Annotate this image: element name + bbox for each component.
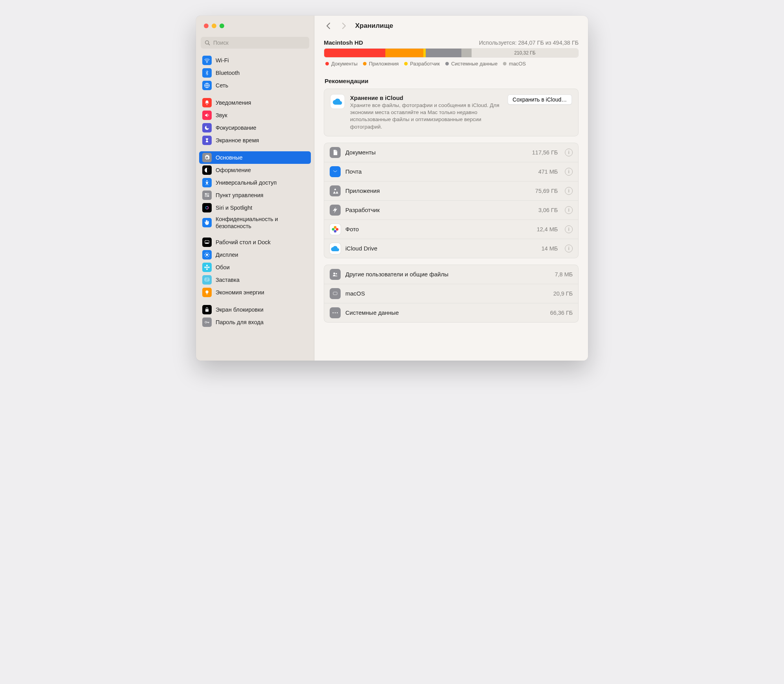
sidebar-item-sound[interactable]: Звук bbox=[199, 109, 311, 122]
category-size: 12,4 МБ bbox=[537, 226, 558, 232]
legend-item-macos: macOS bbox=[503, 61, 526, 67]
svg-rect-14 bbox=[206, 243, 209, 243]
category-label: Документы bbox=[345, 149, 527, 156]
sidebar-item-label: Фокусирование bbox=[216, 124, 308, 131]
sidebar-item-label: Рабочий стол и Dock bbox=[216, 239, 308, 246]
svg-point-25 bbox=[334, 226, 337, 229]
minimize-window-button[interactable] bbox=[212, 24, 216, 28]
key-icon bbox=[202, 318, 212, 327]
zoom-window-button[interactable] bbox=[220, 24, 224, 28]
legend-label: Приложения bbox=[369, 61, 399, 67]
svg-point-29 bbox=[333, 272, 335, 274]
sun-icon bbox=[202, 250, 212, 259]
sidebar-item-label: Пункт управления bbox=[216, 192, 308, 199]
search-input[interactable] bbox=[212, 39, 305, 46]
store-in-icloud-button[interactable]: Сохранить в iCloud… bbox=[508, 94, 572, 105]
info-button[interactable]: i bbox=[565, 149, 573, 156]
sidebar-item-screentime[interactable]: Экранное время bbox=[199, 134, 311, 147]
sidebar-item-accessibility[interactable]: Универсальный доступ bbox=[199, 176, 311, 189]
icloud-icon bbox=[330, 243, 341, 254]
storage-segment-docs bbox=[324, 49, 385, 57]
sidebar-item-label: Экран блокировки bbox=[216, 306, 308, 313]
svg-point-10 bbox=[204, 205, 209, 210]
sidebar-item-screensaver[interactable]: Заставка bbox=[199, 274, 311, 286]
sidebar-item-energy[interactable]: Экономия энергии bbox=[199, 286, 311, 299]
info-button[interactable]: i bbox=[565, 245, 573, 252]
documents-icon bbox=[330, 147, 341, 158]
search-field[interactable] bbox=[201, 37, 309, 49]
legend-dot-icon bbox=[404, 62, 408, 65]
sidebar-item-general[interactable]: Основные bbox=[199, 151, 311, 164]
applications-icon bbox=[330, 185, 341, 196]
category-label: Другие пользователи и общие файлы bbox=[345, 271, 550, 278]
siri-icon bbox=[202, 203, 212, 212]
sidebar-item-label: Универсальный доступ bbox=[216, 179, 308, 186]
category-row-applications[interactable]: Приложения75,69 ГБi bbox=[324, 181, 578, 200]
sidebar-item-siri[interactable]: Siri и Spotlight bbox=[199, 201, 311, 214]
appearance-icon bbox=[202, 165, 212, 175]
info-button[interactable]: i bbox=[565, 225, 573, 233]
sidebar-item-label: Основные bbox=[216, 154, 308, 161]
sidebar-item-label: Конфиденциальность и безопасность bbox=[216, 216, 308, 230]
sidebar-item-privacy[interactable]: Конфиденциальность и безопасность bbox=[199, 214, 311, 231]
category-size: 66,36 ГБ bbox=[550, 310, 573, 316]
hourglass-icon bbox=[202, 136, 212, 145]
category-label: Системные данные bbox=[345, 309, 545, 316]
sidebar-item-focus[interactable]: Фокусирование bbox=[199, 122, 311, 134]
svg-point-33 bbox=[335, 312, 336, 314]
disk-used-label: Используется: 284,07 ГБ из 494,38 ГБ bbox=[479, 40, 579, 46]
legend-label: Системные данные bbox=[451, 61, 497, 67]
chevron-right-icon bbox=[342, 22, 346, 29]
macos-icon bbox=[330, 288, 341, 299]
sidebar-item-lockscreen[interactable]: Экран блокировки bbox=[199, 303, 311, 316]
legend-label: Разработчик bbox=[410, 61, 440, 67]
info-button[interactable]: i bbox=[565, 206, 573, 214]
sidebar-item-notifications[interactable]: Уведомления bbox=[199, 96, 311, 109]
close-window-button[interactable] bbox=[204, 24, 209, 28]
sidebar-item-label: Bluetooth bbox=[216, 69, 308, 76]
sidebar-item-network[interactable]: Сеть bbox=[199, 79, 311, 92]
sidebar-item-loginpass[interactable]: Пароль для входа bbox=[199, 316, 311, 328]
category-size: 471 МБ bbox=[538, 169, 558, 175]
sidebar-item-displays[interactable]: Дисплеи bbox=[199, 249, 311, 261]
flower-icon bbox=[202, 263, 212, 272]
sidebar-item-label: Заставка bbox=[216, 276, 308, 283]
bluetooth-icon bbox=[202, 68, 212, 78]
svg-point-34 bbox=[337, 312, 338, 314]
legend-item-docs: Документы bbox=[325, 61, 358, 67]
sidebar-item-appearance[interactable]: Оформление bbox=[199, 164, 311, 176]
sidebar-item-bluetooth[interactable]: Bluetooth bbox=[199, 67, 311, 79]
sidebar-item-label: Обои bbox=[216, 264, 308, 271]
back-button[interactable] bbox=[324, 20, 332, 31]
dock-icon bbox=[202, 238, 212, 247]
svg-point-30 bbox=[336, 273, 337, 274]
sidebar-item-label: Сеть bbox=[216, 82, 308, 89]
storage-legend: ДокументыПриложенияРазработчикСистемные … bbox=[324, 58, 579, 67]
disk-name: Macintosh HD bbox=[324, 39, 363, 46]
legend-dot-icon bbox=[363, 62, 367, 65]
sidebar-item-label: Экранное время bbox=[216, 137, 308, 144]
sidebar-item-wifi[interactable]: Wi-Fi bbox=[199, 54, 311, 67]
svg-point-26 bbox=[336, 228, 339, 231]
category-row-systemdata: Системные данные66,36 ГБ bbox=[324, 303, 578, 322]
sidebar-item-controlcenter[interactable]: Пункт управления bbox=[199, 189, 311, 201]
svg-rect-31 bbox=[333, 292, 337, 295]
svg-point-27 bbox=[334, 230, 337, 233]
sidebar-item-label: Звук bbox=[216, 112, 308, 119]
sidebar-item-label: Wi-Fi bbox=[216, 57, 308, 64]
info-button[interactable]: i bbox=[565, 168, 573, 176]
sidebar-item-desktop[interactable]: Рабочий стол и Dock bbox=[199, 236, 311, 249]
info-button[interactable]: i bbox=[565, 187, 573, 195]
sidebar-item-label: Уведомления bbox=[216, 99, 308, 106]
forward-button[interactable] bbox=[339, 20, 348, 31]
category-row-developer[interactable]: Разработчик3,06 ГБi bbox=[324, 200, 578, 220]
svg-point-28 bbox=[332, 228, 335, 231]
category-row-mail[interactable]: Почта471 МБi bbox=[324, 162, 578, 181]
settings-window: Wi-FiBluetoothСетьУведомленияЗвукФокусир… bbox=[196, 16, 588, 361]
category-row-icloud[interactable]: iCloud Drive14 МБi bbox=[324, 239, 578, 258]
category-row-photos[interactable]: Фото12,4 МБi bbox=[324, 220, 578, 239]
category-row-documents[interactable]: Документы117,56 ГБi bbox=[324, 143, 578, 162]
category-row-macos: macOS20,9 ГБ bbox=[324, 284, 578, 303]
sidebar-item-wallpaper[interactable]: Обои bbox=[199, 261, 311, 274]
svg-point-0 bbox=[205, 41, 209, 44]
